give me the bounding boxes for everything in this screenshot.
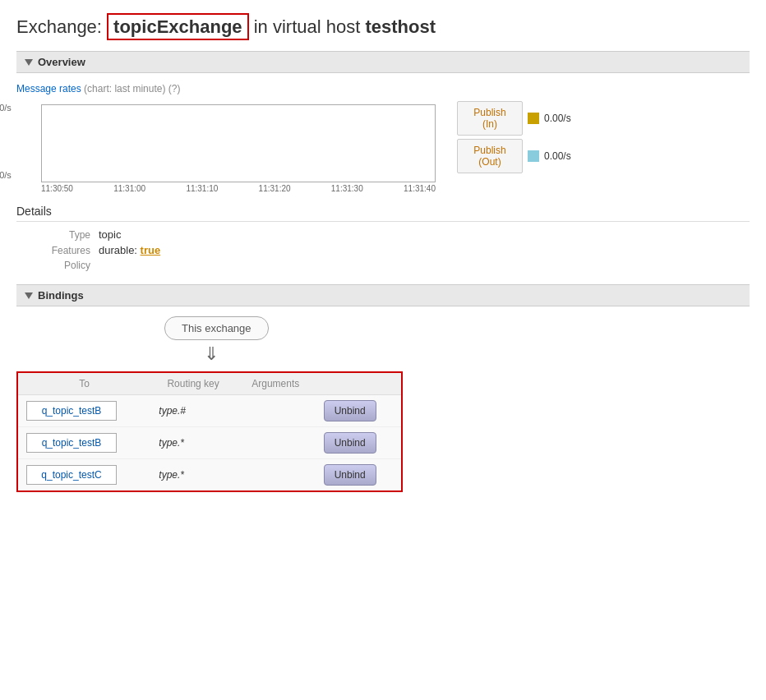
exchange-name: topicExchange (107, 13, 248, 40)
features-row: Features durable: true (33, 244, 750, 256)
chart-area: 1.0/s 0.0/s 11:30:50 11:31:00 11:31:10 1… (16, 101, 750, 191)
bindings-collapse-icon[interactable] (25, 292, 33, 299)
publish-in-color (528, 113, 539, 124)
type-row: Type topic (33, 228, 750, 241)
title-prefix: Exchange: (16, 16, 102, 37)
type-value: topic (99, 228, 121, 241)
details-section: Details Type topic Features durable: tru… (16, 205, 750, 271)
policy-label: Policy (33, 260, 99, 271)
features-value: durable: true (99, 244, 160, 256)
features-true: true (141, 244, 161, 256)
col-routing-key: Routing key (150, 373, 235, 395)
table-row: q_topic_testB type.* Unbind (18, 427, 401, 459)
arguments-cell (236, 395, 316, 427)
routing-key-cell: type.# (150, 395, 235, 427)
publish-in-button[interactable]: Publish(In) (457, 101, 523, 136)
publish-in-legend: 0.00/s (528, 108, 571, 129)
table-row: q_topic_testC type.* Unbind (18, 459, 401, 491)
routing-key-value: type.* (159, 437, 184, 449)
y-axis-bottom: 0.0/s (0, 170, 12, 180)
bindings-table-wrapper: To Routing key Arguments q_topic_testB t… (16, 371, 403, 492)
arguments-cell (236, 427, 316, 459)
overview-section-header: Overview (16, 51, 750, 73)
details-table: Type topic Features durable: true Policy (33, 228, 750, 271)
features-prefix: durable: (99, 244, 141, 256)
bindings-section-header: Bindings (16, 284, 750, 306)
legend-area: Publish(In) 0.00/s Publish(Out) 0.00/s (457, 101, 571, 173)
x-axis-labels: 11:30:50 11:31:00 11:31:10 11:31:20 11:3… (41, 184, 436, 193)
arguments-cell (236, 459, 316, 491)
publish-out-value: 0.00/s (544, 150, 571, 162)
routing-key-value: type.* (159, 469, 184, 481)
queue-cell: q_topic_testB (18, 395, 150, 427)
chart-graph (41, 104, 436, 182)
policy-row: Policy (33, 260, 750, 271)
y-axis-top: 1.0/s (0, 103, 12, 113)
publish-out-button[interactable]: Publish(Out) (457, 139, 523, 173)
features-label: Features (33, 245, 99, 256)
col-arguments: Arguments (236, 373, 316, 395)
bindings-label: Bindings (38, 289, 84, 302)
unbind-button[interactable]: Unbind (324, 432, 376, 454)
title-middle: in virtual host (254, 16, 361, 37)
bindings-table: To Routing key Arguments q_topic_testB t… (18, 373, 401, 490)
overview-collapse-icon[interactable] (25, 59, 33, 66)
unbind-button[interactable]: Unbind (324, 464, 376, 486)
bindings-section: Bindings This exchange ⇓ To Routing key … (16, 284, 750, 492)
unbind-cell[interactable]: Unbind (316, 459, 401, 491)
queue-cell: q_topic_testB (18, 427, 150, 459)
queue-box: q_topic_testB (26, 401, 117, 421)
this-exchange-label: This exchange (182, 322, 251, 334)
routing-key-cell: type.* (150, 459, 235, 491)
unbind-cell[interactable]: Unbind (316, 427, 401, 459)
queue-box: q_topic_testC (26, 465, 117, 485)
message-rates-label: Message rates (chart: last minute) (?) (16, 83, 750, 94)
publish-out-color (528, 150, 539, 162)
queue-box: q_topic_testB (26, 433, 117, 453)
details-title: Details (16, 205, 750, 222)
type-label: Type (33, 229, 99, 241)
page-title: Exchange: topicExchange in virtual host … (16, 16, 750, 38)
col-to: To (18, 373, 150, 395)
table-row: q_topic_testB type.# Unbind (18, 395, 401, 427)
unbind-cell[interactable]: Unbind (316, 395, 401, 427)
this-exchange-box: This exchange (164, 316, 269, 340)
publish-out-legend: 0.00/s (528, 145, 571, 167)
routing-key-value: type.# (159, 405, 186, 417)
chart-container: 1.0/s 0.0/s 11:30:50 11:31:00 11:31:10 1… (16, 101, 444, 191)
overview-label: Overview (38, 56, 85, 68)
col-action (316, 373, 401, 395)
virtual-host: testhost (365, 16, 436, 37)
unbind-button[interactable]: Unbind (324, 400, 376, 421)
routing-key-cell: type.* (150, 427, 235, 459)
arrow-down-icon: ⇓ (204, 343, 750, 365)
queue-cell: q_topic_testC (18, 459, 150, 491)
publish-in-value: 0.00/s (544, 113, 571, 124)
